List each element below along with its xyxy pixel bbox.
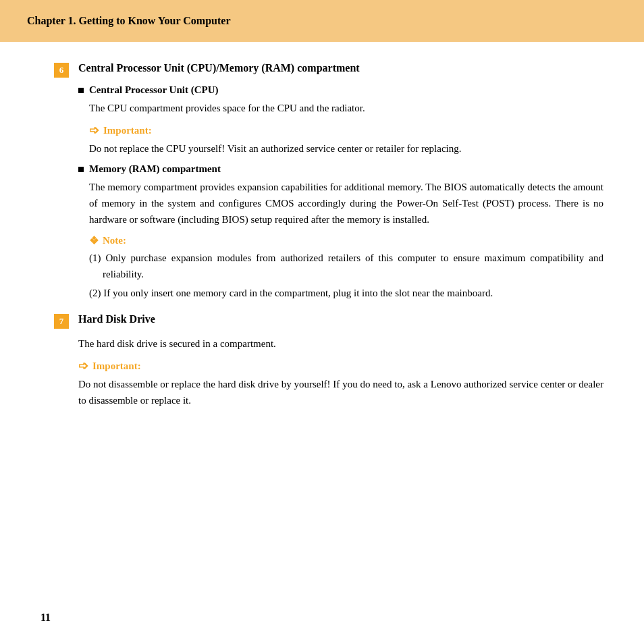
note-block: ❖ Note: (1) Only purchase expansion modu…	[89, 234, 603, 301]
ram-body-text: The memory compartment provides expansio…	[89, 179, 603, 227]
bullet-square-cpu	[78, 88, 84, 93]
section-6-header: 6 Central Processor Unit (CPU)/Memory (R…	[54, 62, 603, 78]
main-content: 6 Central Processor Unit (CPU)/Memory (R…	[0, 42, 644, 441]
section-7: 7 Hard Disk Drive The hard disk drive is…	[54, 313, 603, 408]
cpu-bullet-item: Central Processor Unit (CPU)	[78, 84, 603, 96]
badge-7: 7	[54, 314, 69, 329]
hdd-important-label-text: Important:	[92, 360, 141, 372]
hdd-important-block: ➩ Important: Do not disassemble or repla…	[78, 358, 603, 408]
section-7-title: Hard Disk Drive	[78, 313, 155, 325]
cpu-important-block: ➩ Important: Do not replace the CPU your…	[89, 123, 603, 157]
section-6-title: Central Processor Unit (CPU)/Memory (RAM…	[78, 62, 360, 74]
section-6: 6 Central Processor Unit (CPU)/Memory (R…	[54, 62, 603, 301]
page-number: 11	[41, 612, 51, 624]
section-6-subsection: Central Processor Unit (CPU) The CPU com…	[78, 84, 603, 301]
important-arrow-icon-2: ➩	[78, 358, 88, 373]
note-item-1: (1) Only purchase expansion modules from…	[89, 250, 603, 282]
badge-6: 6	[54, 63, 69, 78]
ram-body-block: The memory compartment provides expansio…	[89, 179, 603, 301]
cpu-important-label-text: Important:	[103, 125, 152, 136]
header-bar: Chapter 1. Getting to Know Your Computer	[0, 0, 644, 42]
cpu-important-text: Do not replace the CPU yourself! Visit a…	[89, 140, 603, 157]
note-item-2: (2) If you only insert one memory card i…	[89, 285, 603, 301]
note-diamond-icon: ❖	[89, 234, 99, 247]
note-label-text: Note:	[103, 235, 126, 246]
section-7-header: 7 Hard Disk Drive	[54, 313, 603, 329]
cpu-body-block: The CPU compartment provides space for t…	[89, 100, 603, 157]
cpu-bullet-label: Central Processor Unit (CPU)	[89, 84, 218, 96]
bullet-square-ram	[78, 167, 84, 172]
hdd-important-text: Do not disassemble or replace the hard d…	[78, 376, 603, 408]
important-arrow-icon: ➩	[89, 123, 99, 138]
ram-bullet-label: Memory (RAM) compartment	[89, 163, 221, 175]
header-title: Chapter 1. Getting to Know Your Computer	[27, 15, 617, 27]
section-7-subsection: The hard disk drive is secured in a comp…	[78, 336, 603, 408]
cpu-important-label: ➩ Important:	[89, 123, 603, 138]
cpu-body-text: The CPU compartment provides space for t…	[89, 100, 603, 116]
note-label: ❖ Note:	[89, 234, 603, 247]
section-7-body: The hard disk drive is secured in a comp…	[78, 336, 603, 352]
hdd-important-label: ➩ Important:	[78, 358, 603, 373]
ram-bullet-item: Memory (RAM) compartment	[78, 163, 603, 175]
